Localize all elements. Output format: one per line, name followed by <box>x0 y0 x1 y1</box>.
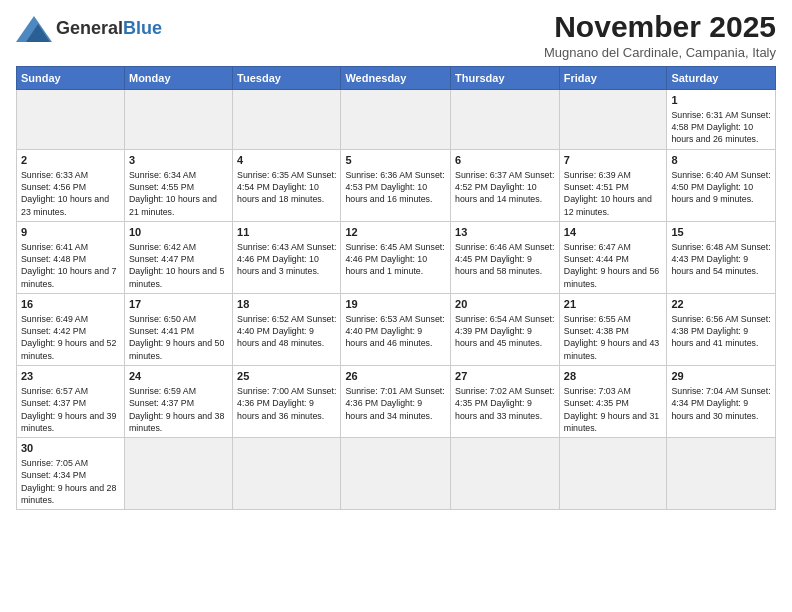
table-row: 9Sunrise: 6:41 AM Sunset: 4:48 PM Daylig… <box>17 221 125 293</box>
day-info: Sunrise: 6:53 AM Sunset: 4:40 PM Dayligh… <box>345 313 446 350</box>
header-thursday: Thursday <box>451 67 560 90</box>
table-row <box>451 90 560 150</box>
table-row: 12Sunrise: 6:45 AM Sunset: 4:46 PM Dayli… <box>341 221 451 293</box>
logo-text: GeneralBlue <box>56 19 162 39</box>
day-number: 26 <box>345 369 446 384</box>
table-row <box>233 438 341 510</box>
day-number: 25 <box>237 369 336 384</box>
day-info: Sunrise: 6:37 AM Sunset: 4:52 PM Dayligh… <box>455 169 555 206</box>
day-info: Sunrise: 6:48 AM Sunset: 4:43 PM Dayligh… <box>671 241 771 278</box>
day-number: 20 <box>455 297 555 312</box>
day-info: Sunrise: 6:43 AM Sunset: 4:46 PM Dayligh… <box>237 241 336 278</box>
table-row: 3Sunrise: 6:34 AM Sunset: 4:55 PM Daylig… <box>124 149 232 221</box>
table-row: 11Sunrise: 6:43 AM Sunset: 4:46 PM Dayli… <box>233 221 341 293</box>
day-info: Sunrise: 6:39 AM Sunset: 4:51 PM Dayligh… <box>564 169 663 218</box>
day-number: 28 <box>564 369 663 384</box>
table-row: 27Sunrise: 7:02 AM Sunset: 4:35 PM Dayli… <box>451 366 560 438</box>
header-friday: Friday <box>559 67 667 90</box>
table-row: 29Sunrise: 7:04 AM Sunset: 4:34 PM Dayli… <box>667 366 776 438</box>
weekday-header-row: Sunday Monday Tuesday Wednesday Thursday… <box>17 67 776 90</box>
calendar-week-row: 16Sunrise: 6:49 AM Sunset: 4:42 PM Dayli… <box>17 293 776 365</box>
day-info: Sunrise: 6:42 AM Sunset: 4:47 PM Dayligh… <box>129 241 228 290</box>
header-saturday: Saturday <box>667 67 776 90</box>
table-row: 23Sunrise: 6:57 AM Sunset: 4:37 PM Dayli… <box>17 366 125 438</box>
day-number: 17 <box>129 297 228 312</box>
header-wednesday: Wednesday <box>341 67 451 90</box>
day-info: Sunrise: 6:35 AM Sunset: 4:54 PM Dayligh… <box>237 169 336 206</box>
day-number: 21 <box>564 297 663 312</box>
logo-icon <box>16 14 52 44</box>
calendar-week-row: 30Sunrise: 7:05 AM Sunset: 4:34 PM Dayli… <box>17 438 776 510</box>
day-info: Sunrise: 7:02 AM Sunset: 4:35 PM Dayligh… <box>455 385 555 422</box>
calendar-week-row: 2Sunrise: 6:33 AM Sunset: 4:56 PM Daylig… <box>17 149 776 221</box>
day-number: 14 <box>564 225 663 240</box>
day-number: 2 <box>21 153 120 168</box>
day-number: 8 <box>671 153 771 168</box>
day-number: 7 <box>564 153 663 168</box>
day-info: Sunrise: 6:34 AM Sunset: 4:55 PM Dayligh… <box>129 169 228 218</box>
day-number: 1 <box>671 93 771 108</box>
day-info: Sunrise: 6:54 AM Sunset: 4:39 PM Dayligh… <box>455 313 555 350</box>
table-row: 13Sunrise: 6:46 AM Sunset: 4:45 PM Dayli… <box>451 221 560 293</box>
day-info: Sunrise: 6:46 AM Sunset: 4:45 PM Dayligh… <box>455 241 555 278</box>
table-row <box>233 90 341 150</box>
table-row: 7Sunrise: 6:39 AM Sunset: 4:51 PM Daylig… <box>559 149 667 221</box>
calendar-page: GeneralBlue November 2025 Mugnano del Ca… <box>0 0 792 520</box>
day-info: Sunrise: 6:45 AM Sunset: 4:46 PM Dayligh… <box>345 241 446 278</box>
table-row: 1Sunrise: 6:31 AM Sunset: 4:58 PM Daylig… <box>667 90 776 150</box>
day-number: 16 <box>21 297 120 312</box>
day-number: 23 <box>21 369 120 384</box>
day-number: 13 <box>455 225 555 240</box>
table-row <box>341 438 451 510</box>
day-info: Sunrise: 6:36 AM Sunset: 4:53 PM Dayligh… <box>345 169 446 206</box>
table-row: 2Sunrise: 6:33 AM Sunset: 4:56 PM Daylig… <box>17 149 125 221</box>
day-number: 4 <box>237 153 336 168</box>
day-number: 10 <box>129 225 228 240</box>
logo: GeneralBlue <box>16 14 162 44</box>
day-info: Sunrise: 7:04 AM Sunset: 4:34 PM Dayligh… <box>671 385 771 422</box>
table-row: 4Sunrise: 6:35 AM Sunset: 4:54 PM Daylig… <box>233 149 341 221</box>
day-number: 22 <box>671 297 771 312</box>
title-block: November 2025 Mugnano del Cardinale, Cam… <box>544 10 776 60</box>
day-info: Sunrise: 6:33 AM Sunset: 4:56 PM Dayligh… <box>21 169 120 218</box>
table-row <box>124 90 232 150</box>
table-row: 22Sunrise: 6:56 AM Sunset: 4:38 PM Dayli… <box>667 293 776 365</box>
table-row: 10Sunrise: 6:42 AM Sunset: 4:47 PM Dayli… <box>124 221 232 293</box>
table-row <box>124 438 232 510</box>
day-number: 9 <box>21 225 120 240</box>
day-info: Sunrise: 7:03 AM Sunset: 4:35 PM Dayligh… <box>564 385 663 434</box>
table-row: 8Sunrise: 6:40 AM Sunset: 4:50 PM Daylig… <box>667 149 776 221</box>
header-sunday: Sunday <box>17 67 125 90</box>
table-row <box>341 90 451 150</box>
day-number: 19 <box>345 297 446 312</box>
table-row: 24Sunrise: 6:59 AM Sunset: 4:37 PM Dayli… <box>124 366 232 438</box>
table-row: 30Sunrise: 7:05 AM Sunset: 4:34 PM Dayli… <box>17 438 125 510</box>
table-row: 25Sunrise: 7:00 AM Sunset: 4:36 PM Dayli… <box>233 366 341 438</box>
calendar-week-row: 1Sunrise: 6:31 AM Sunset: 4:58 PM Daylig… <box>17 90 776 150</box>
day-number: 6 <box>455 153 555 168</box>
table-row: 17Sunrise: 6:50 AM Sunset: 4:41 PM Dayli… <box>124 293 232 365</box>
day-info: Sunrise: 6:59 AM Sunset: 4:37 PM Dayligh… <box>129 385 228 434</box>
header-monday: Monday <box>124 67 232 90</box>
day-info: Sunrise: 7:00 AM Sunset: 4:36 PM Dayligh… <box>237 385 336 422</box>
table-row <box>451 438 560 510</box>
day-info: Sunrise: 6:56 AM Sunset: 4:38 PM Dayligh… <box>671 313 771 350</box>
calendar-week-row: 23Sunrise: 6:57 AM Sunset: 4:37 PM Dayli… <box>17 366 776 438</box>
day-number: 30 <box>21 441 120 456</box>
calendar-table: Sunday Monday Tuesday Wednesday Thursday… <box>16 66 776 510</box>
table-row: 18Sunrise: 6:52 AM Sunset: 4:40 PM Dayli… <box>233 293 341 365</box>
day-number: 24 <box>129 369 228 384</box>
day-number: 5 <box>345 153 446 168</box>
month-title: November 2025 <box>544 10 776 43</box>
day-info: Sunrise: 6:31 AM Sunset: 4:58 PM Dayligh… <box>671 109 771 146</box>
table-row <box>559 90 667 150</box>
day-number: 12 <box>345 225 446 240</box>
table-row: 15Sunrise: 6:48 AM Sunset: 4:43 PM Dayli… <box>667 221 776 293</box>
table-row: 19Sunrise: 6:53 AM Sunset: 4:40 PM Dayli… <box>341 293 451 365</box>
table-row: 20Sunrise: 6:54 AM Sunset: 4:39 PM Dayli… <box>451 293 560 365</box>
table-row: 28Sunrise: 7:03 AM Sunset: 4:35 PM Dayli… <box>559 366 667 438</box>
day-info: Sunrise: 7:05 AM Sunset: 4:34 PM Dayligh… <box>21 457 120 506</box>
logo-blue: Blue <box>123 18 162 38</box>
day-number: 29 <box>671 369 771 384</box>
day-number: 27 <box>455 369 555 384</box>
